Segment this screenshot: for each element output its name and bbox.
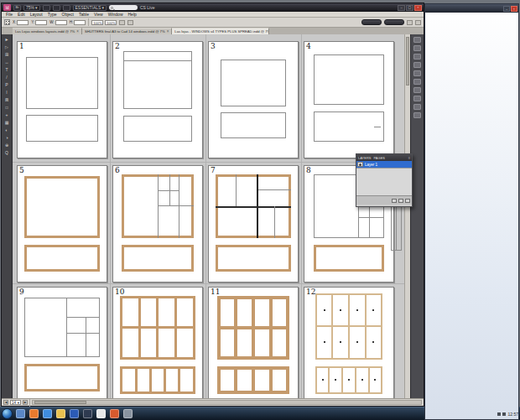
menu-object[interactable]: Object (62, 12, 74, 17)
tray-icon[interactable] (497, 412, 501, 416)
tab-layers[interactable]: LAYERS (358, 156, 372, 160)
swatches-panel-icon[interactable] (413, 79, 421, 85)
control-pill-a[interactable] (361, 19, 382, 25)
taskbar-quick-launch[interactable] (16, 409, 25, 418)
layer-row[interactable]: Layer 1 (356, 161, 412, 169)
close-button[interactable]: × (511, 6, 517, 12)
vertical-scrollbar[interactable] (404, 34, 410, 398)
tab-pages[interactable]: PAGES (374, 156, 386, 160)
text-wrap-panel-icon[interactable] (413, 104, 421, 110)
field-input[interactable] (55, 20, 67, 25)
menu-help[interactable]: Help (128, 12, 137, 17)
taskbar-folder[interactable] (56, 409, 65, 418)
page-11[interactable] (208, 287, 299, 398)
minimize-button[interactable]: – (398, 5, 405, 11)
pages-panel-icon[interactable] (413, 37, 421, 43)
document-tab-1[interactable]: Las Lojas windows layouts.indd @ 7%× (13, 28, 82, 34)
taskbar-word[interactable] (70, 409, 79, 418)
menu-window[interactable]: Window (108, 12, 123, 17)
next-page-button[interactable]: ▶ (23, 400, 28, 405)
new-layer-button[interactable] (392, 199, 397, 203)
control-pill-b[interactable] (384, 19, 404, 25)
secondary-window[interactable]: – × (424, 3, 519, 420)
page-10[interactable] (112, 287, 203, 398)
taskbar-photoshop[interactable] (83, 409, 92, 418)
menu-layout[interactable]: Layout (30, 12, 43, 17)
page-4[interactable] (304, 41, 394, 158)
taskbar-document[interactable] (96, 409, 106, 418)
pencil-tool[interactable]: I (3, 89, 11, 96)
arrange-documents-icon[interactable] (63, 5, 70, 11)
minimize-button[interactable]: – (503, 6, 510, 12)
gap-tool[interactable]: ↔ (3, 59, 11, 65)
taskbar-internet-explorer[interactable] (43, 409, 52, 418)
scale-field-y[interactable]: 100% (105, 20, 117, 25)
page-6[interactable] (112, 165, 203, 283)
page-number-field[interactable]: 14 ▾ (10, 400, 21, 405)
panel-options-button[interactable] (405, 199, 410, 203)
restore-button[interactable]: ▢ (406, 5, 413, 11)
taskbar-indesign[interactable] (110, 409, 119, 418)
type-tool[interactable]: T (3, 66, 11, 73)
zoom-level-dropdown[interactable]: 75% ▾ (23, 5, 40, 11)
horizontal-scrollbar[interactable] (32, 400, 422, 405)
gradient-tool[interactable]: ◐ (3, 127, 11, 133)
page-2[interactable] (112, 41, 203, 158)
menu-type[interactable]: Type (48, 12, 57, 17)
color-panel-icon[interactable] (413, 70, 421, 76)
scale-field-x[interactable]: 100% (91, 20, 103, 25)
links-panel-icon[interactable] (413, 54, 421, 60)
taskbar-media-player[interactable] (123, 409, 133, 418)
panel-menu-icon[interactable] (415, 20, 421, 25)
delete-layer-button[interactable] (398, 199, 403, 203)
field-input[interactable] (35, 20, 47, 25)
search-input[interactable] (109, 5, 138, 10)
rectangle-frame-tool[interactable]: ⊠ (3, 96, 11, 103)
document-tab-2[interactable]: SHUTTERS final A3 to Cad 14 windows.indd… (82, 28, 172, 34)
horizontal-scrollbar-thumb[interactable] (34, 401, 86, 404)
tray-icon[interactable] (502, 412, 506, 416)
cs-live-button[interactable]: CS Live (140, 6, 155, 10)
reference-point-proxy[interactable] (4, 19, 10, 25)
close-button[interactable]: × (414, 5, 422, 11)
page-3[interactable] (208, 41, 299, 158)
canvas[interactable]: 123456789101112 (13, 34, 404, 398)
start-button[interactable] (2, 408, 13, 419)
align-panel-icon[interactable] (413, 112, 421, 118)
menu-table[interactable]: Table (79, 12, 89, 17)
field-input[interactable] (74, 20, 86, 25)
field-input[interactable] (17, 20, 29, 25)
quick-apply-icon[interactable] (407, 20, 413, 25)
stroke-panel-icon[interactable] (413, 62, 421, 68)
view-options-icon[interactable] (43, 5, 50, 11)
tab-close-icon[interactable]: × (167, 29, 169, 34)
direct-selection-tool[interactable]: ▷ (3, 44, 11, 50)
eyedropper-tool[interactable]: ◑ (3, 134, 11, 141)
page-12[interactable] (304, 287, 394, 398)
menu-file[interactable]: File (6, 12, 13, 17)
document-tab-3[interactable]: Las lojas - WINDOWS v4 TYPES PLUS SPREAD… (172, 28, 269, 34)
free-transform-tool[interactable]: ▦ (3, 119, 11, 126)
page-7[interactable] (208, 165, 299, 283)
vertical-scrollbar-thumb[interactable] (406, 37, 409, 86)
tab-close-icon[interactable]: × (76, 29, 79, 34)
shear-icon[interactable] (127, 20, 133, 25)
menu-view[interactable]: View (94, 12, 103, 17)
workspace-switcher[interactable]: ESSENTIALS ▾ (73, 5, 107, 11)
zoom-tool[interactable]: Q (3, 149, 11, 156)
scissors-tool[interactable]: + (3, 111, 11, 118)
rotate-icon[interactable] (119, 20, 125, 25)
layers-panel-icon[interactable] (413, 45, 421, 51)
bridge-icon[interactable]: Br (13, 5, 21, 11)
taskbar-firefox[interactable] (29, 409, 39, 418)
object-styles-panel-icon[interactable] (413, 96, 421, 101)
pen-tool[interactable]: P (3, 81, 11, 88)
selection-tool[interactable]: ► (3, 36, 11, 43)
previous-page-button[interactable]: ◀ (3, 400, 8, 405)
panel-menu-icon[interactable]: ≡ (408, 156, 410, 160)
hand-tool[interactable]: ⊕ (3, 142, 11, 148)
line-tool[interactable]: / (3, 74, 11, 80)
page-1[interactable] (17, 41, 107, 158)
page-5[interactable] (17, 165, 107, 283)
rectangle-tool[interactable]: □ (3, 104, 11, 111)
